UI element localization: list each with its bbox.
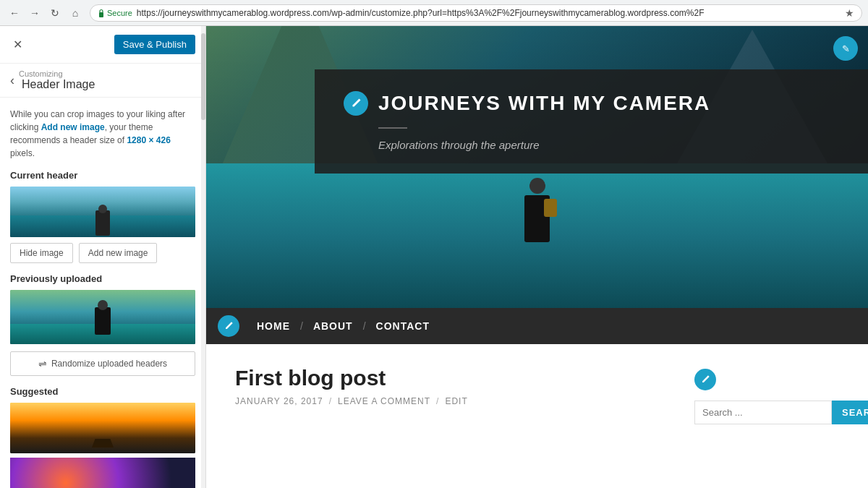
panel-header: ✕ Save & Publish (0, 26, 205, 64)
search-box: SEARCH (694, 401, 839, 424)
add-new-image-button[interactable]: Add new image (79, 243, 158, 263)
pencil-icon (350, 98, 362, 109)
blog-area: First blog post JANUARY 26, 2017 / LEAVE… (235, 366, 673, 474)
person-head (529, 178, 545, 194)
randomize-headers-button[interactable]: ⇌ Randomize uploaded headers (10, 351, 195, 376)
secure-badge: Secure (98, 9, 132, 17)
sidebar-area: SEARCH (694, 366, 839, 474)
back-button[interactable]: ‹ (10, 73, 14, 88)
navigation-bar: HOME / ABOUT / CONTACT (206, 308, 868, 344)
header-buttons-row: Hide image Add new image (10, 243, 195, 263)
meta-separator-2: / (436, 396, 439, 406)
nav-separator-1: / (300, 320, 303, 332)
nav-edit-button[interactable] (218, 315, 239, 337)
panel-section-title: Header Image (22, 78, 95, 91)
home-browser-button[interactable]: ⌂ (67, 4, 84, 22)
nav-item-about[interactable]: ABOUT (306, 320, 360, 332)
title-overlay: JOURNEYS WITH MY CAMERA Explorations thr… (315, 69, 868, 174)
svg-rect-0 (99, 12, 103, 17)
description-text: While you can crop images to your liking… (10, 108, 195, 160)
nav-items: HOME / ABOUT / CONTACT (250, 320, 437, 332)
pencil-icon: ✎ (842, 43, 850, 54)
blog-subtitle: Explorations through the aperture (344, 139, 540, 151)
post-title: First blog post (235, 366, 673, 390)
suggested-image-2[interactable] (10, 458, 195, 488)
hide-image-button[interactable]: Hide image (10, 243, 73, 263)
forward-browser-button[interactable]: → (26, 4, 43, 22)
customizing-label: Customizing (19, 69, 95, 78)
meta-separator-1: / (329, 396, 332, 406)
previously-uploaded-image[interactable] (10, 290, 195, 344)
customizer-panel: ✕ Save & Publish ‹ Customizing Header Im… (0, 26, 206, 488)
panel-content: While you can crop images to your liking… (0, 98, 205, 488)
pencil-icon (224, 321, 234, 331)
suggested-label: Suggested (10, 386, 195, 397)
nav-item-home[interactable]: HOME (250, 320, 297, 332)
back-browser-button[interactable]: ← (6, 4, 23, 22)
address-bar[interactable]: Secure https://journeyswithmycamerablog.… (90, 4, 862, 22)
nav-item-contact[interactable]: CONTACT (369, 320, 437, 332)
browser-chrome: ← → ↻ ⌂ Secure https://journeyswithmycam… (0, 0, 868, 26)
panel-scrollbar[interactable] (201, 26, 205, 488)
star-button[interactable]: ★ (845, 7, 854, 19)
person-backpack (544, 199, 557, 217)
browser-nav-buttons: ← → ↻ ⌂ (6, 4, 84, 22)
current-header-label: Current header (10, 170, 195, 181)
blog-title: JOURNEYS WITH MY CAMERA (378, 92, 710, 115)
leave-comment-link[interactable]: LEAVE A COMMENT (338, 396, 430, 406)
current-header-image (10, 187, 195, 237)
hero-section: ✎ JOURNEYS WITH MY CAMERA Explorations t… (206, 26, 868, 308)
close-customizer-button[interactable]: ✕ (10, 35, 25, 54)
search-button[interactable]: SEARCH (832, 401, 868, 424)
scrollbar-thumb (201, 33, 205, 120)
reload-browser-button[interactable]: ↻ (46, 4, 64, 22)
main-layout: ✕ Save & Publish ‹ Customizing Header Im… (0, 26, 868, 488)
pencil-icon (700, 374, 710, 385)
back-area: ‹ Customizing Header Image (0, 64, 205, 98)
edit-link[interactable]: EDIT (445, 396, 467, 406)
title-edit-button[interactable] (344, 91, 368, 116)
person-body (524, 195, 550, 242)
title-divider (378, 127, 407, 129)
post-date: JANUARY 26, 2017 (235, 396, 323, 406)
blog-title-row: JOURNEYS WITH MY CAMERA (344, 91, 832, 116)
suggested-image-1[interactable] (10, 403, 195, 453)
top-right-edit-button[interactable]: ✎ (833, 36, 858, 61)
post-meta: JANUARY 26, 2017 / LEAVE A COMMENT / EDI… (235, 396, 673, 406)
person-figure (516, 178, 559, 250)
previously-uploaded-label: Previously uploaded (10, 273, 195, 284)
save-publish-button[interactable]: Save & Publish (114, 35, 195, 54)
sidebar-edit-button[interactable] (694, 369, 716, 390)
preview-area: ✎ JOURNEYS WITH MY CAMERA Explorations t… (206, 26, 868, 488)
add-new-image-link[interactable]: Add new image (41, 122, 105, 132)
url-text: https://journeyswithmycamerablog.wordpre… (137, 8, 705, 18)
randomize-icon: ⇌ (38, 358, 47, 369)
main-content: First blog post JANUARY 26, 2017 / LEAVE… (206, 344, 868, 488)
nav-separator-2: / (363, 320, 366, 332)
search-input[interactable] (694, 401, 832, 424)
